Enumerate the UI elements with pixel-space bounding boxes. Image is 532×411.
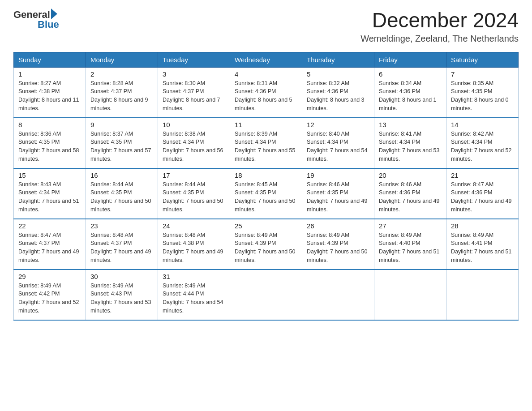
day-info: Sunrise: 8:30 AMSunset: 4:37 PMDaylight:… bbox=[163, 79, 225, 113]
calendar-cell: 17Sunrise: 8:44 AMSunset: 4:35 PMDayligh… bbox=[158, 168, 230, 219]
day-number: 13 bbox=[379, 121, 442, 128]
month-title: December 2024 bbox=[360, 9, 519, 32]
calendar-cell: 10Sunrise: 8:38 AMSunset: 4:34 PMDayligh… bbox=[158, 118, 230, 168]
day-info: Sunrise: 8:32 AMSunset: 4:36 PMDaylight:… bbox=[307, 79, 369, 113]
day-info: Sunrise: 8:41 AMSunset: 4:34 PMDaylight:… bbox=[379, 130, 442, 163]
day-info: Sunrise: 8:49 AMSunset: 4:39 PMDaylight:… bbox=[235, 231, 297, 265]
day-number: 5 bbox=[307, 70, 369, 78]
calendar-cell: 3Sunrise: 8:30 AMSunset: 4:37 PMDaylight… bbox=[158, 67, 230, 118]
calendar-cell: 7Sunrise: 8:35 AMSunset: 4:35 PMDaylight… bbox=[446, 67, 519, 118]
day-number: 10 bbox=[163, 121, 225, 128]
day-number: 2 bbox=[90, 70, 153, 78]
calendar-cell: 20Sunrise: 8:46 AMSunset: 4:36 PMDayligh… bbox=[374, 168, 446, 219]
day-number: 12 bbox=[307, 121, 369, 128]
day-number: 24 bbox=[163, 222, 225, 230]
calendar-cell bbox=[302, 270, 374, 320]
day-info: Sunrise: 8:37 AMSunset: 4:35 PMDaylight:… bbox=[90, 130, 153, 163]
calendar-cell: 5Sunrise: 8:32 AMSunset: 4:36 PMDaylight… bbox=[302, 67, 374, 118]
calendar-cell: 4Sunrise: 8:31 AMSunset: 4:36 PMDaylight… bbox=[230, 67, 302, 118]
header-sunday: Sunday bbox=[14, 52, 86, 67]
day-number: 15 bbox=[18, 171, 81, 179]
day-info: Sunrise: 8:47 AMSunset: 4:37 PMDaylight:… bbox=[18, 231, 81, 265]
calendar-cell: 13Sunrise: 8:41 AMSunset: 4:34 PMDayligh… bbox=[374, 118, 446, 168]
day-info: Sunrise: 8:34 AMSunset: 4:36 PMDaylight:… bbox=[379, 79, 442, 113]
calendar-week-row: 29Sunrise: 8:49 AMSunset: 4:42 PMDayligh… bbox=[14, 270, 519, 320]
title-area: December 2024 Wemeldinge, Zeeland, The N… bbox=[360, 9, 519, 44]
day-number: 4 bbox=[235, 70, 297, 78]
day-number: 23 bbox=[90, 222, 153, 230]
logo-blue-text: Blue bbox=[38, 19, 59, 30]
calendar-cell bbox=[230, 270, 302, 320]
calendar-cell: 25Sunrise: 8:49 AMSunset: 4:39 PMDayligh… bbox=[230, 219, 302, 270]
calendar-table: SundayMondayTuesdayWednesdayThursdayFrid… bbox=[13, 52, 519, 321]
calendar-cell: 24Sunrise: 8:48 AMSunset: 4:38 PMDayligh… bbox=[158, 219, 230, 270]
logo-arrow-icon bbox=[51, 9, 57, 19]
calendar-cell: 21Sunrise: 8:47 AMSunset: 4:36 PMDayligh… bbox=[446, 168, 519, 219]
day-info: Sunrise: 8:48 AMSunset: 4:38 PMDaylight:… bbox=[163, 231, 225, 265]
day-info: Sunrise: 8:40 AMSunset: 4:34 PMDaylight:… bbox=[307, 130, 369, 163]
day-info: Sunrise: 8:49 AMSunset: 4:39 PMDaylight:… bbox=[307, 231, 369, 265]
calendar-cell: 6Sunrise: 8:34 AMSunset: 4:36 PMDaylight… bbox=[374, 67, 446, 118]
day-info: Sunrise: 8:31 AMSunset: 4:36 PMDaylight:… bbox=[235, 79, 297, 113]
day-number: 14 bbox=[451, 121, 514, 128]
day-number: 17 bbox=[163, 171, 225, 179]
day-number: 16 bbox=[90, 171, 153, 179]
day-info: Sunrise: 8:49 AMSunset: 4:40 PMDaylight:… bbox=[379, 231, 442, 265]
day-info: Sunrise: 8:47 AMSunset: 4:36 PMDaylight:… bbox=[451, 180, 514, 214]
day-info: Sunrise: 8:49 AMSunset: 4:42 PMDaylight:… bbox=[18, 282, 81, 315]
day-info: Sunrise: 8:49 AMSunset: 4:43 PMDaylight:… bbox=[90, 282, 153, 315]
calendar-cell: 22Sunrise: 8:47 AMSunset: 4:37 PMDayligh… bbox=[14, 219, 86, 270]
day-number: 19 bbox=[307, 171, 369, 179]
calendar-cell: 29Sunrise: 8:49 AMSunset: 4:42 PMDayligh… bbox=[14, 270, 86, 320]
header-monday: Monday bbox=[86, 52, 158, 67]
logo: General Blue bbox=[13, 9, 59, 30]
calendar-cell: 31Sunrise: 8:49 AMSunset: 4:44 PMDayligh… bbox=[158, 270, 230, 320]
day-info: Sunrise: 8:35 AMSunset: 4:35 PMDaylight:… bbox=[451, 79, 514, 113]
calendar-cell: 8Sunrise: 8:36 AMSunset: 4:35 PMDaylight… bbox=[14, 118, 86, 168]
header-tuesday: Tuesday bbox=[158, 52, 230, 67]
day-info: Sunrise: 8:44 AMSunset: 4:35 PMDaylight:… bbox=[90, 180, 153, 214]
day-info: Sunrise: 8:45 AMSunset: 4:35 PMDaylight:… bbox=[235, 180, 297, 214]
day-info: Sunrise: 8:48 AMSunset: 4:37 PMDaylight:… bbox=[90, 231, 153, 265]
day-number: 9 bbox=[90, 121, 153, 128]
calendar-cell: 15Sunrise: 8:43 AMSunset: 4:34 PMDayligh… bbox=[14, 168, 86, 219]
day-number: 1 bbox=[18, 70, 81, 78]
calendar-cell: 26Sunrise: 8:49 AMSunset: 4:39 PMDayligh… bbox=[302, 219, 374, 270]
day-number: 7 bbox=[451, 70, 514, 78]
calendar-cell: 27Sunrise: 8:49 AMSunset: 4:40 PMDayligh… bbox=[374, 219, 446, 270]
calendar-cell: 9Sunrise: 8:37 AMSunset: 4:35 PMDaylight… bbox=[86, 118, 158, 168]
day-number: 29 bbox=[18, 273, 81, 280]
calendar-week-row: 1Sunrise: 8:27 AMSunset: 4:38 PMDaylight… bbox=[14, 67, 519, 118]
calendar-cell: 11Sunrise: 8:39 AMSunset: 4:34 PMDayligh… bbox=[230, 118, 302, 168]
day-number: 11 bbox=[235, 121, 297, 128]
day-number: 30 bbox=[90, 273, 153, 280]
calendar-cell: 1Sunrise: 8:27 AMSunset: 4:38 PMDaylight… bbox=[14, 67, 86, 118]
calendar-cell: 12Sunrise: 8:40 AMSunset: 4:34 PMDayligh… bbox=[302, 118, 374, 168]
day-info: Sunrise: 8:46 AMSunset: 4:36 PMDaylight:… bbox=[379, 180, 442, 214]
calendar-cell bbox=[446, 270, 519, 320]
page-header: General Blue December 2024 Wemeldinge, Z… bbox=[13, 9, 519, 44]
day-number: 28 bbox=[451, 222, 514, 230]
calendar-cell: 23Sunrise: 8:48 AMSunset: 4:37 PMDayligh… bbox=[86, 219, 158, 270]
calendar-week-row: 22Sunrise: 8:47 AMSunset: 4:37 PMDayligh… bbox=[14, 219, 519, 270]
day-info: Sunrise: 8:28 AMSunset: 4:37 PMDaylight:… bbox=[90, 79, 153, 113]
day-number: 6 bbox=[379, 70, 442, 78]
calendar-cell: 16Sunrise: 8:44 AMSunset: 4:35 PMDayligh… bbox=[86, 168, 158, 219]
day-number: 25 bbox=[235, 222, 297, 230]
day-number: 20 bbox=[379, 171, 442, 179]
calendar-week-row: 15Sunrise: 8:43 AMSunset: 4:34 PMDayligh… bbox=[14, 168, 519, 219]
day-info: Sunrise: 8:36 AMSunset: 4:35 PMDaylight:… bbox=[18, 130, 81, 163]
calendar-cell: 30Sunrise: 8:49 AMSunset: 4:43 PMDayligh… bbox=[86, 270, 158, 320]
day-number: 31 bbox=[163, 273, 225, 280]
day-info: Sunrise: 8:38 AMSunset: 4:34 PMDaylight:… bbox=[163, 130, 225, 163]
day-info: Sunrise: 8:49 AMSunset: 4:41 PMDaylight:… bbox=[451, 231, 514, 265]
day-number: 26 bbox=[307, 222, 369, 230]
calendar-cell: 28Sunrise: 8:49 AMSunset: 4:41 PMDayligh… bbox=[446, 219, 519, 270]
header-wednesday: Wednesday bbox=[230, 52, 302, 67]
calendar-cell: 19Sunrise: 8:46 AMSunset: 4:35 PMDayligh… bbox=[302, 168, 374, 219]
day-info: Sunrise: 8:49 AMSunset: 4:44 PMDaylight:… bbox=[163, 282, 225, 315]
day-number: 18 bbox=[235, 171, 297, 179]
header-saturday: Saturday bbox=[446, 52, 519, 67]
calendar-cell bbox=[374, 270, 446, 320]
day-number: 27 bbox=[379, 222, 442, 230]
